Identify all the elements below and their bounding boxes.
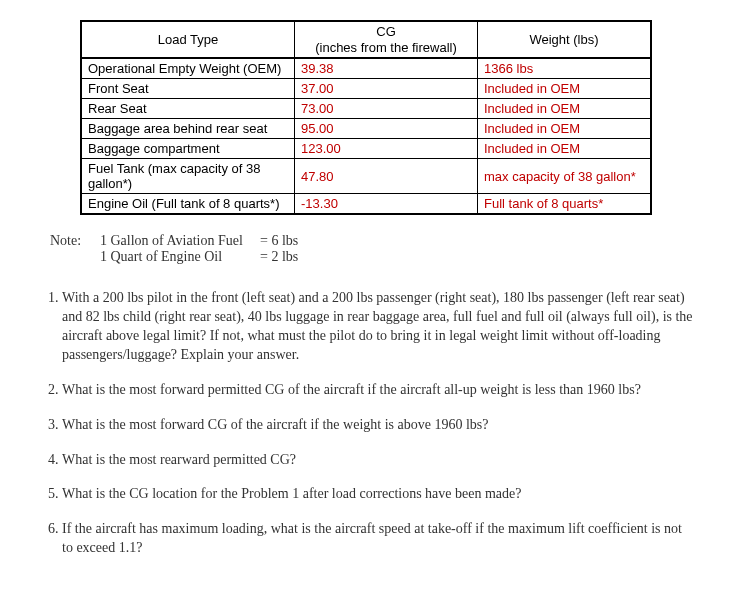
table-header-row: Load Type CG (inches from the firewall) …	[81, 21, 651, 58]
table-row: Operational Empty Weight (OEM) 39.38 136…	[81, 58, 651, 79]
cell-weight: Included in OEM	[478, 99, 652, 119]
cell-cg: 39.38	[295, 58, 478, 79]
table-row: Fuel Tank (max capacity of 38 gallon*) 4…	[81, 159, 651, 194]
note-block: Note: 1 Gallon of Aviation Fuel = 6 lbs …	[50, 233, 703, 265]
header-load-type: Load Type	[81, 21, 295, 58]
cell-cg: 37.00	[295, 79, 478, 99]
cell-cg: -13.30	[295, 194, 478, 215]
question-item: With a 200 lbs pilot in the front (left …	[62, 289, 693, 365]
table-row: Engine Oil (Full tank of 8 quarts*) -13.…	[81, 194, 651, 215]
cell-load: Baggage area behind rear seat	[81, 119, 295, 139]
question-item: What is the most forward CG of the aircr…	[62, 416, 693, 435]
question-item: What is the CG location for the Problem …	[62, 485, 693, 504]
question-item: If the aircraft has maximum loading, wha…	[62, 520, 693, 558]
cell-weight: Included in OEM	[478, 119, 652, 139]
cell-weight: max capacity of 38 gallon*	[478, 159, 652, 194]
cell-load: Baggage compartment	[81, 139, 295, 159]
table-row: Baggage area behind rear seat 95.00 Incl…	[81, 119, 651, 139]
note-right: = 6 lbs	[260, 233, 298, 249]
table-row: Front Seat 37.00 Included in OEM	[81, 79, 651, 99]
load-table: Load Type CG (inches from the firewall) …	[80, 20, 652, 215]
cell-cg: 73.00	[295, 99, 478, 119]
note-lines: 1 Gallon of Aviation Fuel = 6 lbs 1 Quar…	[100, 233, 298, 265]
header-cg-line1: CG	[301, 24, 471, 40]
cell-cg: 123.00	[295, 139, 478, 159]
header-cg: CG (inches from the firewall)	[295, 21, 478, 58]
note-line: 1 Gallon of Aviation Fuel = 6 lbs	[100, 233, 298, 249]
note-left: 1 Gallon of Aviation Fuel	[100, 233, 260, 249]
note-label: Note:	[50, 233, 100, 265]
note-line: 1 Quart of Engine Oil = 2 lbs	[100, 249, 298, 265]
cell-weight: Full tank of 8 quarts*	[478, 194, 652, 215]
note-right: = 2 lbs	[260, 249, 298, 265]
question-item: What is the most forward permitted CG of…	[62, 381, 693, 400]
cell-load: Fuel Tank (max capacity of 38 gallon*)	[81, 159, 295, 194]
cell-cg: 95.00	[295, 119, 478, 139]
cell-load: Front Seat	[81, 79, 295, 99]
table-row: Baggage compartment 123.00 Included in O…	[81, 139, 651, 159]
cell-load: Engine Oil (Full tank of 8 quarts*)	[81, 194, 295, 215]
cell-load: Rear Seat	[81, 99, 295, 119]
cell-weight: 1366 lbs	[478, 58, 652, 79]
header-weight: Weight (lbs)	[478, 21, 652, 58]
note-left: 1 Quart of Engine Oil	[100, 249, 260, 265]
cell-weight: Included in OEM	[478, 139, 652, 159]
header-cg-line2: (inches from the firewall)	[301, 40, 471, 56]
question-list: With a 200 lbs pilot in the front (left …	[40, 289, 693, 558]
cell-cg: 47.80	[295, 159, 478, 194]
cell-load: Operational Empty Weight (OEM)	[81, 58, 295, 79]
table-row: Rear Seat 73.00 Included in OEM	[81, 99, 651, 119]
cell-weight: Included in OEM	[478, 79, 652, 99]
question-item: What is the most rearward permitted CG?	[62, 451, 693, 470]
